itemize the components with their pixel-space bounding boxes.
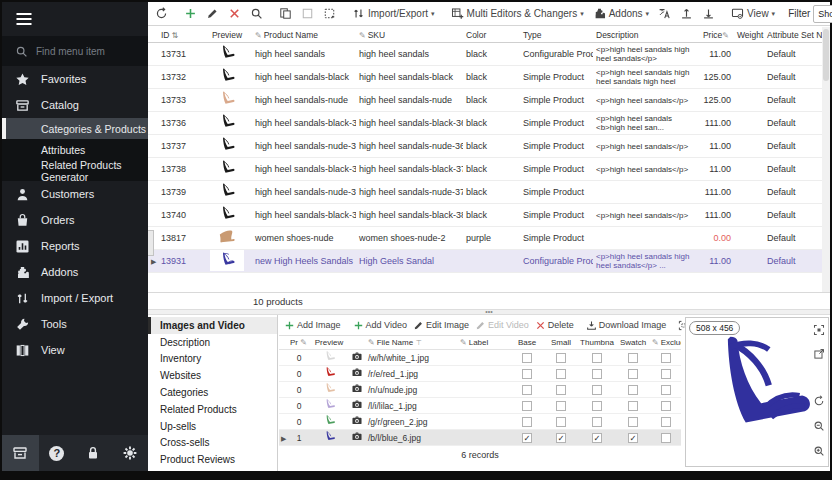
zoom-in-icon[interactable] <box>813 443 825 461</box>
column-header[interactable]: Thumbna <box>578 338 616 347</box>
tab-websites[interactable]: Websites <box>148 367 277 384</box>
exclude-checkbox[interactable] <box>661 417 671 427</box>
tab-related-products[interactable]: Related Products <box>148 401 277 418</box>
column-header[interactable]: Swatch <box>616 338 650 347</box>
panel-collapse-handle[interactable] <box>148 230 154 256</box>
base-checkbox[interactable]: ✓ <box>522 433 532 443</box>
search-button[interactable] <box>247 5 266 22</box>
sidebar-item-orders[interactable]: Orders <box>2 207 148 233</box>
sidebar-item-addons[interactable]: Addons <box>2 259 148 285</box>
product-row-13738[interactable]: 13738high heel sandals-black-37high heel… <box>148 158 830 181</box>
zoom-out-icon[interactable] <box>813 418 825 436</box>
thumbnail-checkbox[interactable] <box>592 353 602 363</box>
column-header[interactable]: Small <box>544 338 578 347</box>
select-button[interactable] <box>298 5 317 22</box>
image-row-green_2.jpg[interactable]: 0/g/r/green_2.jpg <box>279 414 681 430</box>
column-header[interactable]: ✎Exclude <box>650 338 681 347</box>
product-row-13739[interactable]: 13739high heel sandals-nude-37high heel … <box>148 181 830 204</box>
exclude-checkbox[interactable] <box>661 401 671 411</box>
tab-images-and-video[interactable]: Images and Video <box>148 317 277 334</box>
tab-up-sells[interactable]: Up-sells <box>148 418 277 435</box>
thumbnail-checkbox[interactable]: ✓ <box>592 433 602 443</box>
actual-size-icon[interactable] <box>813 322 825 340</box>
sidebar-item-related-products-generator[interactable]: Related Products Generator <box>2 160 148 181</box>
product-row-13733[interactable]: 13733high heel sandals-nudehigh heel san… <box>148 89 830 112</box>
base-checkbox[interactable] <box>522 353 532 363</box>
edit-image-button[interactable]: Edit Image <box>411 319 471 332</box>
sidebar-item-attributes[interactable]: Attributes <box>2 139 148 160</box>
refresh-button[interactable] <box>152 5 171 22</box>
import-export-button[interactable]: Import/Export▾ <box>349 5 438 22</box>
swatch-checkbox[interactable] <box>628 369 638 379</box>
sidebar-item-tools[interactable]: Tools <box>2 311 148 337</box>
edit-video-button[interactable]: Edit Video <box>473 319 531 332</box>
thumbnail-checkbox[interactable] <box>592 401 602 411</box>
swatch-checkbox[interactable]: ✓ <box>628 433 638 443</box>
help-button[interactable]: ? <box>39 435 76 471</box>
multi-editors-button[interactable]: Multi Editors & Changers▾ <box>448 5 587 22</box>
gear-button[interactable] <box>112 435 149 471</box>
column-header[interactable]: ✎File Name ⊤ <box>366 338 458 347</box>
paste-special-button[interactable] <box>320 5 339 22</box>
add-video-button[interactable]: Add Video <box>351 319 409 332</box>
column-header[interactable]: Attribute Set Name <box>764 30 822 40</box>
image-row-white_1.jpg[interactable]: 0/w/h/white_1.jpg <box>279 350 681 366</box>
vertical-scrollbar[interactable] <box>822 27 830 292</box>
open-external-icon[interactable] <box>813 346 825 364</box>
rotate-icon[interactable] <box>813 393 825 411</box>
column-header[interactable]: ✎Product Name <box>252 30 356 40</box>
column-header[interactable]: Pr ✎ <box>288 338 310 347</box>
small-checkbox[interactable] <box>556 401 566 411</box>
image-row-lilac_1.jpg[interactable]: 0/l/i/lilac_1.jpg <box>279 398 681 414</box>
exclude-checkbox[interactable] <box>661 369 671 379</box>
thumbnail-checkbox[interactable] <box>592 369 602 379</box>
product-row-13740[interactable]: 13740high heel sandals-black-38high heel… <box>148 204 830 227</box>
swatch-checkbox[interactable] <box>628 385 638 395</box>
product-row-13737[interactable]: 13737high heel sandals-nude-36high heel … <box>148 135 830 158</box>
small-checkbox[interactable] <box>556 353 566 363</box>
product-row-13931[interactable]: ▶13931new High Heels SandalsHigh Geels S… <box>148 250 830 273</box>
thumbnail-checkbox[interactable] <box>592 385 602 395</box>
column-header[interactable]: Description <box>593 30 696 40</box>
delete-product-button[interactable] <box>225 5 244 22</box>
column-header[interactable]: Weight <box>734 30 764 40</box>
base-checkbox[interactable] <box>522 417 532 427</box>
base-checkbox[interactable] <box>522 385 532 395</box>
image-row-nude.jpg[interactable]: 0/n/u/nude.jpg <box>279 382 681 398</box>
product-row-13731[interactable]: 13731high heel sandalshigh heel sandalsb… <box>148 43 830 66</box>
category-filter-select[interactable]: Show products from selected categories▾ <box>813 5 832 23</box>
download-image-button[interactable]: Download Image <box>584 319 669 332</box>
exclude-checkbox[interactable] <box>661 433 671 443</box>
sidebar-item-import-export[interactable]: Import / Export <box>2 285 148 311</box>
add-product-button[interactable] <box>181 5 200 22</box>
swatch-checkbox[interactable] <box>628 353 638 363</box>
sidebar-item-customers[interactable]: Customers <box>2 181 148 207</box>
sidebar-item-view[interactable]: View <box>2 337 148 363</box>
sidebar-item-reports[interactable]: Reports <box>2 233 148 259</box>
image-row-blue_6.jpg[interactable]: ▶1/b/l/blue_6.jpg✓✓✓✓ <box>279 430 681 446</box>
column-header[interactable]: ID⇅ <box>158 30 202 40</box>
product-row-13736[interactable]: 13736high heel sandals-black-36high heel… <box>148 112 830 135</box>
sidebar-item-favorites[interactable]: Favorites <box>2 66 148 92</box>
tab-cross-sells[interactable]: Cross-sells <box>148 435 277 452</box>
delete-button[interactable]: Delete <box>533 319 576 332</box>
thumbnail-checkbox[interactable] <box>592 417 602 427</box>
column-header[interactable]: ✎Label <box>458 338 510 347</box>
sidebar-search[interactable]: Find menu item <box>2 36 148 66</box>
column-header[interactable]: Base <box>510 338 544 347</box>
sidebar-item-categories-products[interactable]: Categories & Products <box>2 118 148 139</box>
small-checkbox[interactable] <box>556 385 566 395</box>
tab-categories[interactable]: Categories <box>148 384 277 401</box>
edit-product-button[interactable] <box>203 5 222 22</box>
hamburger-menu-icon[interactable] <box>2 2 148 36</box>
base-checkbox[interactable] <box>522 401 532 411</box>
swatch-checkbox[interactable] <box>628 417 638 427</box>
view-button[interactable]: View▾ <box>728 5 778 22</box>
small-checkbox[interactable] <box>556 369 566 379</box>
small-checkbox[interactable]: ✓ <box>556 433 566 443</box>
exclude-checkbox[interactable] <box>661 385 671 395</box>
tab-inventory[interactable]: Inventory <box>148 351 277 368</box>
column-header[interactable]: Preview <box>202 30 252 40</box>
scrollbar-thumb[interactable] <box>823 29 829 81</box>
column-header[interactable]: Preview <box>310 338 348 347</box>
